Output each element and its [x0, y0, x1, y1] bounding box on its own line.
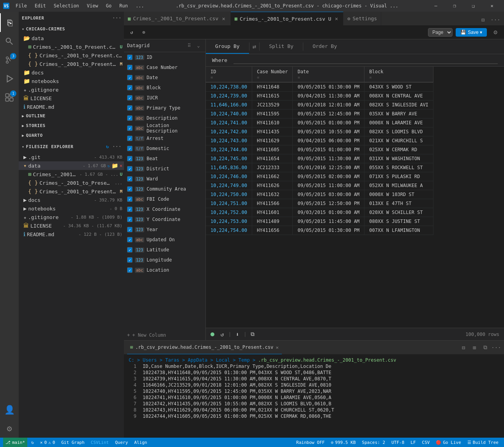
status-errors[interactable]: ✕ 0 ⚠ 0: [38, 438, 58, 447]
tree-item-crimes-table-size[interactable]: { } Crimes_-_2001_to_Present.csv.table.j…: [19, 187, 124, 196]
column-panel-drag-icon[interactable]: ⠿: [185, 42, 193, 49]
tree-item-docs-dir[interactable]: ▶ docs - 392.79 KB: [19, 196, 124, 204]
activity-run-icon[interactable]: [0, 69, 19, 88]
tree-item-docs[interactable]: 📁 docs: [19, 68, 124, 77]
activity-account-icon[interactable]: 👤: [0, 400, 19, 419]
activity-explorer-icon[interactable]: ⎘: [0, 13, 19, 32]
col-checkbox-arrest[interactable]: ✓: [127, 136, 133, 141]
col-checkbox-latitude[interactable]: ✓: [127, 247, 133, 253]
quarto-header[interactable]: ▶ QUARTO: [19, 131, 124, 140]
header-case-number[interactable]: Case Number ≡: [252, 67, 292, 82]
menu-file[interactable]: File: [12, 2, 30, 9]
col-checkbox-district[interactable]: ✓: [127, 166, 133, 171]
column-item-y-coordinate[interactable]: ✓ 123 Y Coordinate: [124, 214, 205, 224]
cell-id[interactable]: 10,224,740.00: [206, 110, 252, 118]
outline-header[interactable]: ▶ OUTLINE: [19, 111, 124, 121]
header-block[interactable]: Block ≡: [364, 67, 433, 82]
cell-id[interactable]: 10,224,750.00: [206, 190, 252, 199]
activity-source-control-icon[interactable]: 3: [0, 51, 19, 69]
menu-selection[interactable]: Selection: [51, 2, 82, 9]
tab-csv-preview[interactable]: ▦ Crimes_-_2001_to_Present.csv ×: [124, 12, 231, 25]
close-button[interactable]: ✕: [483, 0, 501, 12]
chicago-crimes-header[interactable]: ▾ CHICAGO-CRIMES: [19, 24, 124, 34]
activity-search-icon[interactable]: [0, 32, 19, 51]
filesize-header[interactable]: ▾ FILESIZE EXPLORER ↻ ···: [19, 140, 124, 153]
status-go-live[interactable]: 🔴 Go Live: [433, 438, 463, 447]
tree-item-license-size[interactable]: 🏛 LICENSE - 34.36 KB - (11.67 KB): [19, 221, 124, 230]
tree-item-crimes-csv[interactable]: ⊞ Crimes_-_2001_to_Present.csv U: [19, 42, 124, 51]
cell-id[interactable]: 10,224,749.00: [206, 181, 252, 190]
column-item-fbi-code[interactable]: ✓ abc FBI Code: [124, 194, 205, 204]
split-by-tab[interactable]: Split By: [260, 39, 303, 54]
menu-go[interactable]: Go: [103, 2, 115, 9]
status-encoding[interactable]: UTF-8: [389, 438, 407, 447]
tree-item-crimes-schema-size[interactable]: { } Crimes_-_2001_to_Present.csv.schema.…: [19, 178, 124, 187]
where-input[interactable]: [233, 57, 498, 64]
col-checkbox-fbi-code[interactable]: ✓: [127, 196, 133, 202]
data-grid-container[interactable]: ID ≡ Case Number ≡ Date: [206, 67, 504, 328]
menu-edit[interactable]: Edit: [32, 2, 49, 9]
add-column-button[interactable]: + + New Column: [124, 330, 205, 340]
grid-refresh-button[interactable]: ↺: [218, 330, 227, 339]
status-file-size[interactable]: ⊙ 999.5 KB: [329, 438, 358, 447]
column-item-district[interactable]: ✓ 123 District: [124, 164, 205, 174]
gear-button[interactable]: ⚙: [490, 27, 501, 38]
column-item-id[interactable]: ✓ 123 ID: [124, 52, 205, 62]
column-panel-arrow-icon[interactable]: ⌄: [195, 42, 202, 49]
col-checkbox-location-desc[interactable]: ✓: [127, 125, 133, 131]
cell-id[interactable]: 10,224,745.00: [206, 154, 252, 163]
status-build-tree[interactable]: ☰ Build Tree: [465, 438, 501, 447]
cell-id[interactable]: 10,224,743.00: [206, 136, 252, 145]
restore-button[interactable]: ❏: [464, 0, 482, 12]
cell-id[interactable]: 10,224,738.00: [206, 82, 252, 92]
status-line-ending[interactable]: LF: [408, 438, 418, 447]
data-folder-action-icon[interactable]: 📁: [111, 163, 118, 169]
status-branch[interactable]: ⎇ main*: [3, 438, 27, 447]
page-select[interactable]: Page: [428, 28, 453, 37]
tab-csv-u[interactable]: ▦ Crimes_-_2001_to_Present.csv U ×: [231, 12, 343, 25]
cell-id[interactable]: 10,224,744.00: [206, 145, 252, 154]
swap-button[interactable]: ⇄: [249, 39, 260, 54]
cell-id[interactable]: 10,224,742.00: [206, 127, 252, 136]
tree-item-git-dir[interactable]: ▶ .git - 413.43 KB: [19, 153, 124, 161]
col-checkbox-case-number[interactable]: ✓: [127, 65, 133, 70]
column-item-iucr[interactable]: ✓ abc IUCR: [124, 93, 205, 103]
col-checkbox-community-area[interactable]: ✓: [127, 186, 133, 192]
column-item-ward[interactable]: ✓ 123 Ward: [124, 174, 205, 184]
tree-item-data[interactable]: 📂 data: [19, 34, 124, 42]
tree-item-crimes-schema[interactable]: { } Crimes_-_2001_to_Present.csv.schema.…: [19, 51, 124, 60]
filesize-spinner-icon[interactable]: ↻: [104, 143, 111, 150]
column-item-location-desc[interactable]: ✓ abc Location Description: [124, 123, 205, 133]
cell-id[interactable]: 11,646,166.00: [206, 101, 252, 110]
column-item-latitude[interactable]: ✓ 123 Latitude: [124, 245, 205, 255]
terminal-split-vertical-btn[interactable]: ⧉: [481, 343, 490, 352]
status-query[interactable]: Query: [113, 438, 130, 447]
cell-id[interactable]: 10,224,753.00: [206, 217, 252, 226]
explorer-header[interactable]: EXPLORER ···: [19, 12, 124, 24]
col-checkbox-ward[interactable]: ✓: [127, 176, 133, 182]
status-rainbow[interactable]: Rainbow OFF: [294, 438, 327, 447]
tab-csv-preview-close[interactable]: ×: [221, 15, 226, 22]
cell-id[interactable]: 11,645,836.00: [206, 163, 252, 172]
save-button[interactable]: 💾 Save ▾: [456, 28, 487, 37]
column-item-arrest[interactable]: ✓ t/f Arrest: [124, 133, 205, 143]
maximize-button[interactable]: ❐: [446, 0, 463, 12]
col-checkbox-domestic[interactable]: ✓: [127, 146, 133, 151]
column-item-year[interactable]: ✓ 123 Year: [124, 224, 205, 235]
cell-id[interactable]: 10,224,739.00: [206, 92, 252, 101]
cell-id[interactable]: 10,224,751.00: [206, 199, 252, 208]
minimize-button[interactable]: —: [427, 0, 445, 12]
refresh-button[interactable]: ↺: [127, 28, 136, 36]
col-checkbox-id[interactable]: ✓: [127, 55, 133, 60]
menu-more[interactable]: ...: [133, 2, 147, 9]
column-item-block[interactable]: ✓ abc Block: [124, 83, 205, 93]
tree-item-gitignore[interactable]: ⬥ .gitignore: [19, 85, 124, 94]
col-checkbox-updated-on[interactable]: ✓: [127, 237, 133, 242]
order-by-tab[interactable]: Order By: [303, 39, 347, 54]
data-delete-icon[interactable]: ✕: [120, 163, 122, 168]
tree-item-license[interactable]: 🏛 LICENSE: [19, 94, 124, 102]
terminal-tab[interactable]: ⊞ .rb_csv_preview.head.Crimes_-_2001_to_…: [127, 341, 282, 354]
column-item-date[interactable]: ✓ abc Date: [124, 72, 205, 83]
sidebar-more-btn[interactable]: ···: [113, 14, 121, 22]
tree-item-data-dir[interactable]: ▾ data - 1.67 GB ↻ 📁 ✕: [19, 161, 124, 170]
